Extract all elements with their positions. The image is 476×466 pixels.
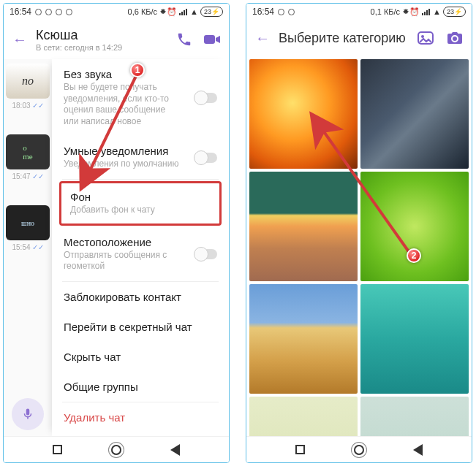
clock: 16:54 [10,7,31,17]
chat-title[interactable]: Ксюша [36,28,167,43]
gallery-button[interactable] [413,26,438,50]
setting-delete-chat[interactable]: Удалить чат [52,402,229,432]
alarm-icon: ⏰ [409,7,420,17]
back-nav-button[interactable] [170,444,180,456]
settings-panel[interactable]: Без звука Вы не будете получать уведомле… [52,59,229,436]
battery-icon: 23⚡ [443,7,466,17]
bg-thumb-ocean[interactable] [360,284,469,394]
setting-label: Удалить чат [64,411,217,424]
camera-button[interactable] [442,26,467,50]
video-call-button[interactable] [200,27,224,52]
message-timestamp: 15:54✓✓ [12,243,43,251]
status-dot-icon [56,9,62,15]
wifi-icon: ▲ [190,7,198,16]
voice-message-button[interactable] [12,398,44,430]
category-header: ← Выберите категорию [246,20,472,56]
clock: 16:54 [252,7,274,17]
alarm-icon: ⏰ [167,7,177,17]
sticker-thumb: ome [6,134,50,169]
call-button[interactable] [172,27,197,52]
recents-button[interactable] [295,445,305,454]
signal-icon [179,8,188,15]
setting-label: Общие группы [64,381,217,393]
wifi-icon: ▲ [433,7,441,16]
setting-location[interactable]: Местоположение Отправлять сообщения с ге… [52,227,229,281]
bg-thumb-storm[interactable] [360,59,469,169]
video-icon [203,33,221,46]
background-gallery [246,56,472,436]
home-button[interactable] [111,445,121,455]
android-nav-bar [4,436,229,462]
bluetooth-icon: ⁕ [402,7,407,17]
annotation-step-2: 2 [407,248,421,263]
network-speed: 0,1 КБ/с [371,7,401,16]
status-dot-icon [66,9,72,15]
camera-icon [446,31,464,45]
chat-header: ← Ксюша В сети: сегодня в 14:29 [4,20,229,59]
recents-button[interactable] [53,445,62,454]
phone-right: 16:54 0,1 КБ/с ⁕ ⏰ ▲ 23⚡ ← Выберите кате… [246,3,472,463]
phone-left: 16:54 0,6 КБ/с ⁕ ⏰ ▲ 23⚡ ← Ксюша В сети:… [3,3,230,463]
setting-label: Заблокировать контакт [64,291,217,303]
battery-icon: 23⚡ [200,7,223,17]
bg-thumb-dune[interactable] [249,284,358,394]
android-nav-bar [246,436,472,462]
message-timestamp: 15:47✓✓ [12,172,43,180]
setting-hide-chat[interactable]: Скрыть чат [52,342,229,372]
phone-icon [176,31,192,47]
smart-toggle[interactable] [195,153,217,163]
setting-background[interactable]: Фон Добавить фон к чату [59,181,222,226]
status-dot-icon [35,9,42,15]
status-bar: 16:54 0,6 КБ/с ⁕ ⏰ ▲ 23⚡ [4,4,229,20]
setting-block[interactable]: Заблокировать контакт [52,282,229,312]
status-dot-icon [278,9,284,15]
last-seen: В сети: сегодня в 14:29 [36,43,167,52]
sticker-thumb: шно [6,205,50,240]
back-arrow-icon: ← [12,31,27,48]
chat-preview-strip: no 18:03✓✓ ome 15:47✓✓ шно 15:54✓✓ [4,59,52,436]
svg-rect-0 [204,35,215,44]
setting-desc: Уведомления по умолчанию [64,158,181,170]
location-toggle[interactable] [195,249,217,259]
svg-point-2 [421,35,424,38]
signal-icon [422,8,431,15]
status-dot-icon [45,9,52,15]
page-title: Выберите категорию [279,31,409,46]
bg-thumb-fade2[interactable] [360,397,469,436]
setting-label: Фон [70,191,211,203]
setting-desc: Отправлять сообщения с геометкой [64,250,181,272]
bg-thumb-leaf[interactable] [360,172,469,281]
sticker-thumb: no [6,64,50,99]
back-arrow-icon: ← [255,30,270,47]
setting-desc: Добавить фон к чату [70,205,187,216]
mic-icon [21,408,34,421]
back-button[interactable]: ← [8,28,31,51]
network-speed: 0,6 КБ/с [128,7,158,16]
setting-secret-chat[interactable]: Перейти в секретный чат [52,312,229,342]
setting-label: Перейти в секретный чат [64,321,217,333]
setting-smart-notifications[interactable]: Умные уведомления Уведомления по умолчан… [52,136,229,179]
gallery-icon [417,31,434,45]
home-button[interactable] [354,445,364,455]
bg-thumb-fade[interactable] [249,397,358,436]
back-nav-button[interactable] [413,444,423,456]
bluetooth-icon: ⁕ [159,7,165,17]
setting-desc: Вы не будете получать уведомления, если … [64,82,181,127]
bg-thumb-sunset[interactable] [249,172,358,281]
message-timestamp: 18:03✓✓ [12,102,43,110]
bg-thumb-fire[interactable] [249,59,358,169]
setting-common-groups[interactable]: Общие группы [52,372,229,402]
status-dot-icon [288,9,295,15]
status-bar: 16:54 0,1 КБ/с ⁕ ⏰ ▲ 23⚡ [246,4,472,20]
setting-label: Местоположение [64,236,217,248]
setting-label: Скрыть чат [64,351,217,363]
annotation-step-1: 1 [130,63,145,77]
mute-toggle[interactable] [195,93,217,103]
back-button[interactable]: ← [251,26,274,50]
